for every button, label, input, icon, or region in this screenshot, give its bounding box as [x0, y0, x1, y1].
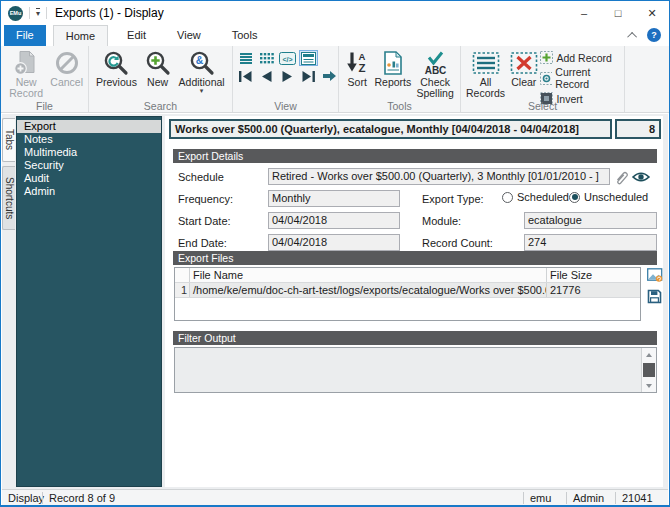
export-files-actions: [646, 268, 663, 306]
additional-dropdown-icon: ▾: [200, 88, 204, 94]
record-count-field[interactable]: 274: [524, 234, 657, 251]
scroll-down-icon[interactable]: [642, 379, 656, 392]
goto-record-icon: [322, 70, 337, 82]
reports-label: Reports: [375, 77, 412, 88]
sidebar-item-security[interactable]: Security: [17, 159, 161, 172]
svg-text:A: A: [359, 51, 366, 62]
svg-text:Z: Z: [359, 62, 366, 74]
ribbon-group-view: </>: [233, 46, 339, 112]
close-button[interactable]: ✕: [635, 1, 669, 25]
new-record-button[interactable]: New Record: [4, 48, 48, 100]
filter-output-scrollbar[interactable]: [641, 348, 656, 392]
status-record-info: Record 8 of 9: [43, 492, 523, 504]
table-row[interactable]: 1 /home/ke/emu/doc-ch-art-test/logs/expo…: [175, 283, 640, 298]
new-record-label: New Record: [6, 77, 46, 99]
additional-search-button[interactable]: & Additional ▾: [174, 48, 229, 95]
scrollbar-thumb[interactable]: [643, 363, 655, 377]
ribbon-group-search: Previous New & Additional ▾ Search: [89, 46, 233, 112]
clear-selection-icon: [510, 49, 538, 77]
previous-record-button[interactable]: [257, 68, 276, 84]
check-spelling-button[interactable]: ABC Check Spelling: [413, 48, 457, 100]
sidebar-tab-shortcuts[interactable]: Shortcuts: [2, 166, 15, 230]
file-name-column-header[interactable]: File Name: [190, 268, 547, 282]
sidebar-item-export[interactable]: Export: [17, 120, 161, 133]
sidebar-item-multimedia[interactable]: Multimedia: [17, 146, 161, 159]
scheduled-radio[interactable]: Scheduled: [502, 191, 569, 203]
quick-access-dropdown-icon[interactable]: ▾: [36, 8, 40, 18]
frequency-field[interactable]: Monthly: [268, 190, 400, 207]
scheduled-radio-label: Scheduled: [517, 191, 569, 203]
module-label: Module:: [422, 215, 461, 227]
app-logo-icon: EMu: [8, 6, 23, 21]
collapse-ribbon-icon[interactable]: [627, 31, 637, 41]
view-attachment-eye-icon[interactable]: [632, 171, 650, 185]
main-area: Tabs Shortcuts Export Notes Multimedia S…: [2, 114, 668, 490]
svg-text:&: &: [195, 54, 203, 66]
save-file-icon[interactable]: [647, 289, 662, 306]
last-record-button[interactable]: [299, 68, 318, 84]
new-search-button[interactable]: New: [141, 48, 174, 89]
schedule-field[interactable]: Retired - Works over $500.00 (Quarterly)…: [268, 168, 610, 185]
add-record-button[interactable]: Add Record: [540, 51, 621, 64]
tab-home[interactable]: Home: [53, 25, 108, 46]
previous-search-icon: [103, 49, 129, 77]
goto-record-button[interactable]: [320, 68, 339, 84]
tab-tools[interactable]: Tools: [220, 25, 270, 46]
app-window: EMu ▾ Exports (1) - Display – □ ✕ File H…: [0, 0, 670, 507]
new-search-icon: [145, 49, 171, 77]
view-file-icon[interactable]: [647, 268, 663, 284]
start-date-label: Start Date:: [178, 215, 231, 227]
all-records-button[interactable]: All Records: [464, 48, 507, 100]
ribbon-group-select: All Records Clear Add Record Current Rec…: [461, 46, 625, 112]
code-view-button[interactable]: </>: [278, 50, 297, 66]
reports-button[interactable]: Reports: [373, 48, 414, 89]
sidebar-item-notes[interactable]: Notes: [17, 133, 161, 146]
attachment-icon[interactable]: [614, 169, 628, 187]
sidebar-tab-tabs[interactable]: Tabs: [2, 118, 15, 162]
end-date-label: End Date:: [178, 237, 227, 249]
export-files-header-row: File Name File Size: [175, 268, 640, 283]
tab-view[interactable]: View: [165, 25, 213, 46]
minimize-button[interactable]: –: [567, 1, 601, 25]
help-icon[interactable]: ?: [647, 28, 661, 42]
maximize-button[interactable]: □: [601, 1, 635, 25]
first-record-button[interactable]: [236, 68, 255, 84]
row-number-column-header: [175, 268, 190, 282]
scroll-up-icon[interactable]: [642, 348, 656, 361]
status-database: emu: [524, 492, 566, 504]
list-view-button[interactable]: [236, 50, 255, 66]
filter-output-textarea[interactable]: [174, 347, 657, 393]
end-date-field[interactable]: 04/04/2018: [268, 234, 400, 251]
current-record-button[interactable]: Current Record: [540, 66, 621, 90]
tools-group-label: Tools: [339, 100, 460, 112]
file-size-column-header[interactable]: File Size: [547, 268, 640, 282]
status-user: Admin: [567, 492, 615, 504]
tab-file[interactable]: File: [4, 25, 46, 46]
previous-search-button[interactable]: Previous: [92, 48, 141, 89]
sidebar-item-audit[interactable]: Audit: [17, 172, 161, 185]
next-record-icon: [281, 70, 294, 83]
grid-view-button[interactable]: [257, 50, 276, 66]
details-view-button[interactable]: [299, 50, 318, 66]
clear-selection-label: Clear: [511, 77, 536, 88]
list-view-icon: [239, 52, 253, 64]
sort-button[interactable]: AZ Sort: [342, 48, 373, 89]
status-session-id: 21041: [616, 492, 668, 504]
cancel-button[interactable]: Cancel: [48, 48, 85, 89]
select-group-label: Select: [461, 100, 624, 112]
svg-text:</>: </>: [282, 55, 292, 62]
unscheduled-radio[interactable]: Unscheduled: [569, 191, 648, 203]
record-number-box: 8: [615, 119, 661, 139]
start-date-field[interactable]: 04/04/2018: [268, 212, 400, 229]
code-view-icon: </>: [279, 52, 296, 65]
cancel-icon: [54, 49, 80, 77]
tabs-sidebar: Export Notes Multimedia Security Audit A…: [16, 116, 162, 487]
sidebar-item-admin[interactable]: Admin: [17, 185, 161, 198]
module-field[interactable]: ecatalogue: [524, 212, 657, 229]
tab-edit[interactable]: Edit: [115, 25, 158, 46]
frequency-label: Frequency:: [178, 193, 233, 205]
clear-selection-button[interactable]: Clear: [507, 48, 540, 89]
next-record-button[interactable]: [278, 68, 297, 84]
details-view-icon: [301, 52, 316, 65]
record-content-panel: Works over $500.00 (Quarterly), ecatalog…: [165, 116, 663, 487]
